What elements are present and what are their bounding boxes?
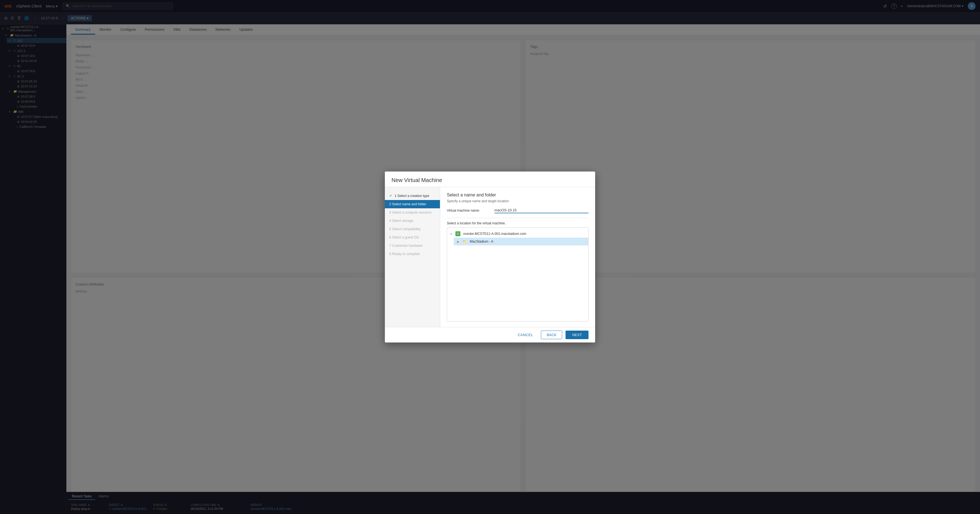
step-6-label: 6 Select a guest OS	[389, 236, 419, 239]
vm-name-label: Virtual machine name:	[447, 208, 491, 212]
step-5-label: 5 Select compatibility	[389, 227, 420, 231]
dialog-footer: CANCEL BACK NEXT	[385, 327, 595, 342]
dialog-header: New Virtual Machine	[385, 172, 595, 187]
tree-item-macstadium[interactable]: ▶ 📁 MacStadium - A	[454, 238, 588, 245]
new-vm-dialog: New Virtual Machine ✔ 1 Select a creatio…	[385, 172, 595, 342]
step-4: 4 Select storage	[385, 216, 440, 225]
vcenter-icon: ⊙	[455, 231, 460, 236]
expand-icon[interactable]: ▾	[450, 232, 454, 236]
step-6: 6 Select a guest OS	[385, 233, 440, 242]
step-1-label: 1 Select a creation type	[395, 194, 429, 198]
step-7: 7 Customize hardware	[385, 242, 440, 250]
step-3: 3 Select a compute resource	[385, 208, 440, 216]
dialog-overlay[interactable]: New Virtual Machine ✔ 1 Select a creatio…	[0, 0, 980, 514]
step-3-label: 3 Select a compute resource	[389, 210, 432, 215]
tree-item-root[interactable]: ▾ ⊙ vcenter.MCSTD11-A-001.macstadium.com	[447, 230, 588, 238]
step-2[interactable]: 2 Select name and folder	[385, 200, 440, 208]
next-button[interactable]: NEXT	[566, 331, 589, 339]
tree-macstadium-label: MacStadium - A	[470, 240, 493, 243]
vm-name-row: Virtual machine name:	[447, 207, 589, 213]
vm-name-input[interactable]	[495, 207, 589, 213]
step-1[interactable]: ✔ 1 Select a creation type	[385, 191, 440, 200]
folder-icon: 📁	[462, 239, 467, 244]
panel-subtitle: Specify a unique name and target locatio…	[447, 199, 589, 203]
step-8: 8 Ready to complete	[385, 250, 440, 258]
step-5: 5 Select compatibility	[385, 225, 440, 233]
step-2-label: 2 Select name and folder	[389, 202, 426, 206]
dialog-body: ✔ 1 Select a creation type 2 Select name…	[385, 187, 595, 327]
expand-icon[interactable]: ▶	[457, 240, 460, 243]
step-check-icon: ✔	[389, 194, 392, 198]
location-label: Select a location for the virtual machin…	[447, 221, 589, 225]
steps-panel: ✔ 1 Select a creation type 2 Select name…	[385, 187, 440, 327]
cancel-button[interactable]: CANCEL	[513, 331, 538, 339]
location-tree: ▾ ⊙ vcenter.MCSTD11-A-001.macstadium.com…	[447, 228, 589, 321]
main-panel: Select a name and folder Specify a uniqu…	[440, 187, 595, 327]
panel-title: Select a name and folder	[447, 193, 589, 197]
step-4-label: 4 Select storage	[389, 219, 414, 223]
dialog-title: New Virtual Machine	[391, 177, 589, 183]
step-8-label: 8 Ready to complete	[389, 252, 420, 256]
step-7-label: 7 Customize hardware	[389, 244, 423, 248]
tree-root-label: vcenter.MCSTD11-A-001.macstadium.com	[463, 232, 526, 236]
tree-subtree: ▶ 📁 MacStadium - A	[447, 238, 588, 245]
back-button[interactable]: BACK	[541, 331, 562, 339]
